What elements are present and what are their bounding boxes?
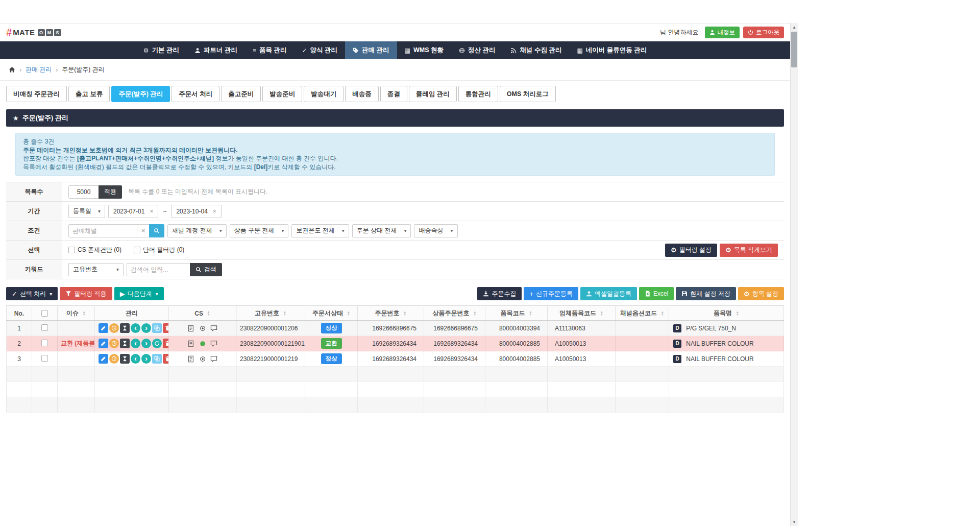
action-button[interactable]: ✓ 선택 처리 ▾ xyxy=(6,287,58,300)
pencil-icon[interactable] xyxy=(99,354,108,364)
comment-icon[interactable] xyxy=(210,340,217,347)
select-all-checkbox[interactable] xyxy=(41,310,48,317)
vendor-item-code[interactable]: A10050013 xyxy=(548,336,616,351)
copy-icon[interactable] xyxy=(152,354,162,364)
next-icon[interactable]: › xyxy=(141,354,151,364)
sort-icon[interactable] xyxy=(473,310,476,316)
hourglass-icon[interactable] xyxy=(120,323,130,333)
condition-select[interactable]: 보관온도 전체 xyxy=(291,224,349,237)
pencil-icon[interactable] xyxy=(99,339,108,348)
column-header[interactable]: No. xyxy=(7,306,32,321)
sort-icon[interactable] xyxy=(736,310,739,316)
vendor-item-code[interactable]: A11130063 xyxy=(548,321,616,336)
condition-select[interactable]: 배송속성 xyxy=(414,224,457,237)
date-to-input[interactable]: 2023-10-04 × xyxy=(171,205,221,218)
tab[interactable]: 배송중 xyxy=(345,86,379,102)
doc-icon[interactable] xyxy=(187,355,194,363)
product-order-number[interactable]: 1692689326434 xyxy=(424,351,485,367)
clock-icon[interactable] xyxy=(109,339,119,348)
dot-green-icon[interactable] xyxy=(200,341,206,347)
period-type-select[interactable]: 등록일 xyxy=(68,205,105,218)
scroll-thumb[interactable] xyxy=(791,32,797,67)
tab[interactable]: 주문(발주) 관리 xyxy=(111,86,170,102)
column-header[interactable]: 주문서상태 xyxy=(305,306,358,321)
hourglass-icon[interactable] xyxy=(120,354,130,364)
sort-icon[interactable] xyxy=(403,310,406,316)
list-count-input[interactable] xyxy=(68,185,99,199)
sort-icon[interactable] xyxy=(82,310,85,316)
search-button[interactable]: 검색 xyxy=(190,263,222,276)
product-order-number[interactable]: 1692689326434 xyxy=(424,336,485,351)
apply-button[interactable]: 적용 xyxy=(99,185,122,199)
column-header[interactable]: 업체품목코드 xyxy=(548,306,616,321)
tab[interactable]: OMS 처리로그 xyxy=(500,86,556,102)
tab[interactable]: 출고 보류 xyxy=(68,86,110,102)
vendor-item-code[interactable]: A10050013 xyxy=(548,351,616,367)
nav-item[interactable]: 파트너 관리 xyxy=(187,41,245,59)
comment-icon[interactable] xyxy=(210,355,217,363)
sort-icon[interactable] xyxy=(600,310,603,316)
sort-icon[interactable] xyxy=(283,310,286,316)
column-header[interactable]: 이슈 xyxy=(58,306,95,321)
clear-channel-button[interactable]: × xyxy=(137,224,150,237)
checkbox-box[interactable] xyxy=(134,247,140,253)
action-button[interactable]: 필터링 적용 xyxy=(60,287,112,300)
sort-icon[interactable] xyxy=(529,310,532,316)
tab[interactable]: 종결 xyxy=(380,86,407,102)
tab[interactable]: 통합관리 xyxy=(458,86,498,102)
home-icon[interactable] xyxy=(9,66,15,73)
row-checkbox[interactable] xyxy=(41,355,48,362)
clock-icon[interactable] xyxy=(109,354,119,364)
action-button[interactable]: + 신규주문등록 xyxy=(524,287,578,300)
item-code[interactable]: 800004002885 xyxy=(485,336,548,351)
nav-item[interactable]: 정산 관리 xyxy=(451,41,503,59)
channel-option-code[interactable] xyxy=(616,351,669,367)
checkbox-box[interactable] xyxy=(68,247,75,253)
prev-icon[interactable]: ‹ xyxy=(131,354,140,364)
nav-item[interactable]: ⚙ 기본 관리 xyxy=(136,41,187,59)
order-number[interactable]: 1692666896675 xyxy=(358,321,424,336)
compact-view-button[interactable]: ⚙ 목록 작게보기 xyxy=(720,244,778,257)
sales-channel-input[interactable] xyxy=(68,224,137,237)
tab[interactable]: 발송준비 xyxy=(262,86,302,102)
condition-select[interactable]: 주문 상태 전체 xyxy=(352,224,411,237)
nav-item[interactable]: 채널 수집 관리 xyxy=(503,41,569,59)
action-button[interactable]: Excel xyxy=(639,287,674,300)
unique-number[interactable]: 23082219000001219 xyxy=(236,351,305,367)
column-header[interactable]: 관리 xyxy=(95,306,169,321)
dot-icon[interactable] xyxy=(200,325,206,331)
keyword-input[interactable] xyxy=(127,263,190,276)
hourglass-icon[interactable] xyxy=(120,339,130,348)
next-icon[interactable]: › xyxy=(141,323,151,333)
column-header[interactable]: 품목코드 xyxy=(485,306,548,321)
item-code[interactable]: 800004002885 xyxy=(485,351,548,367)
comment-icon[interactable] xyxy=(210,325,217,332)
column-header[interactable]: 주문번호 xyxy=(358,306,424,321)
condition-select[interactable]: 상품 구분 전체 xyxy=(230,224,289,237)
sort-icon[interactable] xyxy=(660,310,664,316)
row-checkbox[interactable] xyxy=(41,324,48,331)
breadcrumb-sales[interactable]: 판매 관리 xyxy=(26,65,52,74)
tab[interactable]: 발송대기 xyxy=(304,86,344,102)
action-button[interactable]: 주문수집 xyxy=(477,287,522,300)
clear-date-to-icon[interactable]: × xyxy=(213,208,216,215)
word-filter-checkbox[interactable]: 단어 필터링 (0) xyxy=(134,246,184,254)
unique-number[interactable]: 2308220900000121901 xyxy=(236,336,305,351)
vertical-scrollbar[interactable]: ▲ ▼ xyxy=(790,23,798,526)
date-from-input[interactable]: 2023-07-01 × xyxy=(108,205,158,218)
action-button[interactable]: 엑셀일괄등록 xyxy=(580,287,637,300)
nav-item[interactable]: 판매 관리 xyxy=(345,41,397,59)
product-order-number[interactable]: 1692666896675 xyxy=(424,321,485,336)
order-number[interactable]: 1692689326434 xyxy=(358,351,424,367)
tab[interactable]: 비매칭 주문관리 xyxy=(6,86,67,102)
action-button[interactable]: 현재 설정 저장 xyxy=(676,287,736,300)
column-header[interactable] xyxy=(32,306,58,321)
tab[interactable]: 주문서 처리 xyxy=(172,86,219,102)
keyword-field-select[interactable]: 고유번호 xyxy=(68,263,124,276)
tab[interactable]: 출고준비 xyxy=(221,86,261,102)
column-header[interactable]: CS xyxy=(169,306,236,321)
doc-icon[interactable] xyxy=(187,340,194,347)
clear-date-from-icon[interactable]: × xyxy=(150,208,153,215)
logout-button[interactable]: 로그아웃 xyxy=(743,27,784,38)
copy-icon[interactable] xyxy=(152,323,162,333)
